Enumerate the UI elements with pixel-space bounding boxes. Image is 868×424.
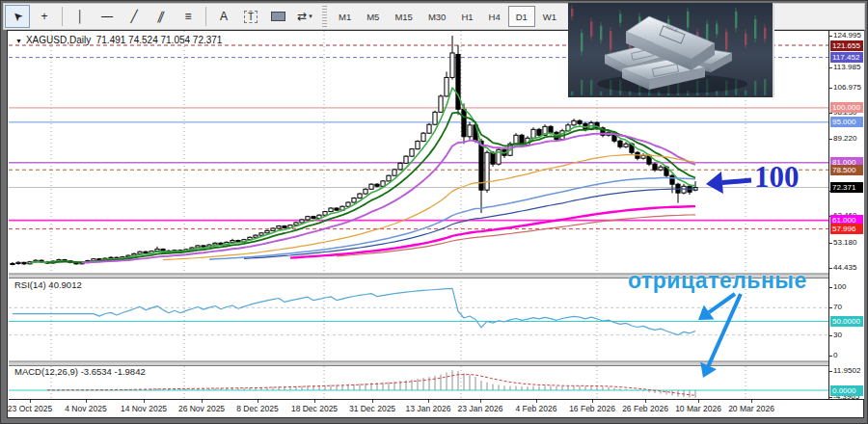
symbol-period-label: XAGUSD,Daily <box>26 35 91 45</box>
ema-130-line <box>244 189 695 258</box>
scale-label: 11.9502 <box>833 366 860 375</box>
scale-label: 106.975 <box>833 83 861 92</box>
ohlc-values: 71.491 74.524 71.054 72.371 <box>96 35 223 45</box>
shapes-tool[interactable] <box>265 5 290 28</box>
horizontal-line-tool[interactable]: — <box>95 5 120 28</box>
time-label: 10 Mar 2026 <box>675 404 721 413</box>
scale-tick <box>829 307 832 308</box>
time-tick <box>372 400 373 403</box>
cursor-tool[interactable]: ➤ <box>5 5 30 28</box>
time-tick <box>698 400 699 403</box>
scale-label: 124.995 <box>833 31 861 40</box>
scale-label: 53.180 <box>833 238 856 247</box>
vertical-line-icon: │ <box>76 10 84 23</box>
timeframe-m1[interactable]: M1 <box>331 6 359 27</box>
time-tick <box>592 400 593 403</box>
timeframe-m5[interactable]: M5 <box>359 6 387 27</box>
time-label: 26 Feb 2026 <box>622 404 668 413</box>
mt4-chart-window: ➤+│—╱∥≡AT⇄▾ M1M5M15M30H1H4D1W1MN 124.995… <box>0 0 868 424</box>
scale-label: 89.220 <box>833 134 856 143</box>
ema-5-line <box>30 88 695 263</box>
annotation-100-label: 100 <box>754 160 800 195</box>
timeframe-m15[interactable]: M15 <box>387 6 420 27</box>
rsi-indicator-label: RSI(14) 40.9012 <box>14 279 82 290</box>
price-badge: 78.500 <box>830 165 863 175</box>
scale-label: 70 <box>833 303 842 311</box>
scale-tick <box>829 67 832 68</box>
time-tick <box>86 400 87 403</box>
arrows-icon: ⇄ <box>297 10 307 23</box>
arrows-tool[interactable]: ⇄▾ <box>292 5 317 28</box>
time-tick <box>480 400 481 403</box>
time-label: 16 Feb 2026 <box>569 404 615 413</box>
timeframe-group: M1M5M15M30H1H4D1W1MN <box>331 6 594 27</box>
scale-label: 30 <box>833 331 842 339</box>
channel-tool[interactable]: ∥ <box>149 5 174 28</box>
drawing-tools-group: ➤+│—╱∥≡AT⇄▾ <box>4 5 318 28</box>
scale-tick <box>829 36 832 37</box>
price-badge: 0.0000 <box>830 385 863 396</box>
toolbar-grip <box>322 6 327 27</box>
text-tool[interactable]: A <box>211 5 236 28</box>
time-label: 4 Nov 2025 <box>65 404 106 413</box>
crosshair-icon: + <box>41 10 47 23</box>
price-badge: 121.655 <box>830 40 863 51</box>
timeframe-m30[interactable]: M30 <box>420 6 453 27</box>
time-tick <box>428 400 429 403</box>
timeframe-w1[interactable]: W1 <box>535 6 564 27</box>
time-tick <box>751 400 752 403</box>
time-label: 4 Feb 2026 <box>515 404 556 413</box>
price-scale: 124.995113.985106.97598.23089.22071.2106… <box>828 31 864 399</box>
time-label: 23 Jan 2026 <box>458 404 503 413</box>
time-label: 14 Nov 2025 <box>121 404 167 413</box>
symbol-dropdown-icon[interactable]: ▼ <box>15 38 22 44</box>
trendline-tool[interactable]: ╱ <box>122 5 147 28</box>
label-icon: T <box>244 11 258 23</box>
timeframe-h4[interactable]: H4 <box>481 6 508 27</box>
vertical-line-tool[interactable]: │ <box>68 5 93 28</box>
macd-indicator-label: MACD(12,26,9) -3.6534 -1.9842 <box>14 366 146 377</box>
rsi-line <box>13 288 695 334</box>
scale-tick <box>829 243 832 244</box>
scale-label: 0 <box>833 351 837 359</box>
horizontal-line-icon: — <box>101 10 113 23</box>
scale-label: 44.435 <box>833 263 856 272</box>
timeframe-d1[interactable]: D1 <box>508 6 535 27</box>
crosshair-tool[interactable]: + <box>32 5 57 28</box>
time-label: 18 Dec 2025 <box>291 404 338 413</box>
price-badge: 72.371 <box>830 182 863 193</box>
time-label: 20 Mar 2026 <box>728 404 774 413</box>
scale-label: 113.985 <box>833 63 860 71</box>
trendline-icon: ╱ <box>130 10 137 23</box>
price-badge: 117.452 <box>830 52 863 63</box>
time-tick <box>258 400 258 403</box>
toolbar-separator <box>62 7 63 26</box>
fibonacci-tool[interactable]: ≡ <box>176 5 201 28</box>
rectangle-icon <box>271 12 285 21</box>
chevron-down-icon[interactable]: ▾ <box>309 13 312 20</box>
timeframe-h1[interactable]: H1 <box>453 6 480 27</box>
price-badge: 95.000 <box>830 117 863 127</box>
time-axis: 23 Oct 20254 Nov 202514 Nov 202526 Nov 2… <box>9 399 863 417</box>
time-tick <box>202 400 203 403</box>
time-tick <box>30 400 31 403</box>
time-label: 23 Oct 2025 <box>8 404 52 413</box>
scale-tick <box>829 335 832 336</box>
time-label: 8 Dec 2025 <box>236 404 278 413</box>
label-tool[interactable]: T <box>238 5 263 28</box>
price-badge: 57.996 <box>830 224 863 234</box>
time-label: 31 Dec 2025 <box>349 404 395 413</box>
price-badge: 100.000 <box>830 102 863 113</box>
text-icon: A <box>220 10 228 23</box>
scale-tick <box>829 268 832 269</box>
annotation-negative-label: отрицательные <box>628 268 807 294</box>
ema-200-line <box>290 206 695 258</box>
time-tick <box>314 400 315 403</box>
scale-tick <box>829 88 832 89</box>
time-tick <box>645 400 646 403</box>
toolbar-separator <box>205 7 206 26</box>
scale-tick <box>829 139 832 140</box>
price-badge: 50.0000 <box>830 316 863 327</box>
fibonacci-icon: ≡ <box>184 10 191 23</box>
symbol-title[interactable]: ▼XAGUSD,Daily 71.491 74.524 71.054 72.37… <box>15 35 222 45</box>
